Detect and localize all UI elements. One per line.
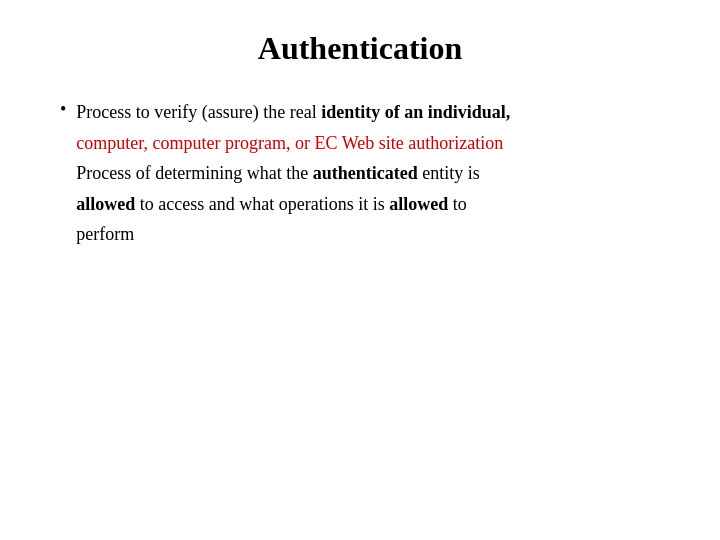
- line4-text-normal2: to: [448, 194, 467, 214]
- line4-text-bold2: allowed: [389, 194, 448, 214]
- bullet-text: Process to verify (assure) the real iden…: [76, 97, 510, 250]
- slide-content: • Process to verify (assure) the real id…: [40, 97, 680, 250]
- line4-text-normal1: to access and what operations it is: [135, 194, 389, 214]
- line3-text-bold1: authenticated: [313, 163, 418, 183]
- line3-text-normal1: Process of determining what the: [76, 163, 312, 183]
- line4-text-bold1: allowed: [76, 194, 135, 214]
- line1-text-normal1: Process to verify (assure) the real: [76, 102, 321, 122]
- bullet-item: • Process to verify (assure) the real id…: [60, 97, 680, 250]
- line5-text: perform: [76, 224, 134, 244]
- line1-text-bold: identity of an individual,: [321, 102, 510, 122]
- line3-text-normal2: entity is: [418, 163, 480, 183]
- line2-text-red: computer, computer program, or EC Web si…: [76, 133, 503, 153]
- slide-container: Authentication • Process to verify (assu…: [0, 0, 720, 540]
- slide-title: Authentication: [258, 30, 462, 67]
- bullet-symbol: •: [60, 99, 66, 120]
